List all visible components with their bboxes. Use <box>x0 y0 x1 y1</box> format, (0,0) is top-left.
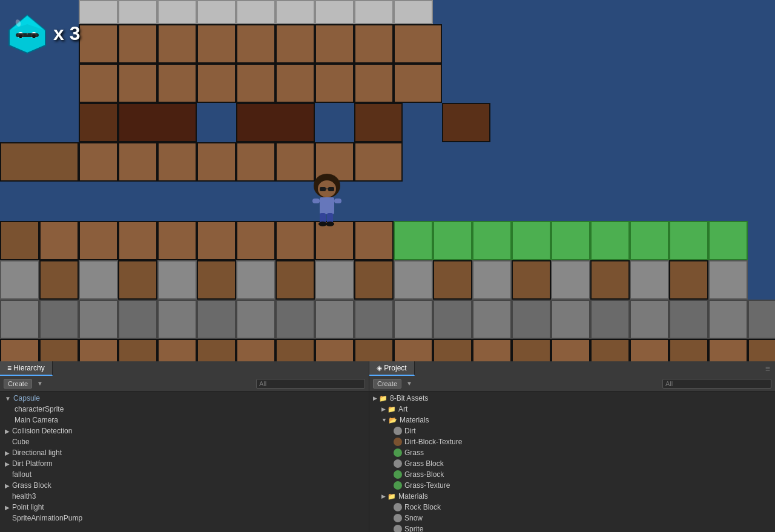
tree-arrow: ▼ <box>5 395 11 402</box>
asset-icon <box>394 448 402 457</box>
asset-icon <box>394 438 402 446</box>
hierarchy-tab[interactable]: ≡ Hierarchy <box>0 361 53 376</box>
project-toolbar: Create ▼ <box>369 376 775 392</box>
project-tab-bar: ◈ Project ≡ <box>369 361 775 376</box>
asset-icon <box>394 427 402 435</box>
hierarchy-item-directionallight[interactable]: ▶ Directional light <box>0 447 369 458</box>
svg-rect-12 <box>328 187 334 191</box>
project-content: ▶ 📁 8-Bit Assets ▶ 📁 Art ▼ 📂 Materials D… <box>369 392 775 532</box>
game-viewport: x 3 <box>0 0 775 361</box>
project-item-grasstexture[interactable]: Grass-Texture <box>369 480 775 491</box>
hierarchy-item-grassblock[interactable]: ▶ Grass Block <box>0 480 369 491</box>
svg-rect-14 <box>320 197 334 214</box>
project-item-materials2[interactable]: ▶ 📁 Materials <box>369 491 775 502</box>
hierarchy-item-pointlight[interactable]: ▶ Point light <box>0 502 369 513</box>
svg-rect-11 <box>320 187 326 191</box>
hierarchy-item-collisiondetection[interactable]: ▶ Collision Detection <box>0 425 369 436</box>
asset-icon <box>394 459 402 468</box>
hierarchy-content: ▼ Capsule characterSprite Main Camera ▶ … <box>0 392 369 532</box>
asset-icon <box>394 503 402 511</box>
folder-icon: 📁 <box>388 493 396 501</box>
hierarchy-item-capsule[interactable]: ▼ Capsule <box>0 393 369 404</box>
folder-icon: 📁 <box>388 406 396 413</box>
svg-point-20 <box>326 222 334 226</box>
project-item-grass[interactable]: Grass <box>369 447 775 458</box>
lives-display: x 3 <box>6 12 80 54</box>
asset-icon <box>394 481 402 490</box>
project-item-snow[interactable]: Snow <box>369 513 775 524</box>
heart-icon <box>6 12 48 54</box>
tree-arrow: ▶ <box>5 428 10 435</box>
hierarchy-panel: ≡ Hierarchy Create ▼ ▼ Capsule character… <box>0 361 369 532</box>
project-item-grassblock[interactable]: Grass Block <box>369 458 775 469</box>
project-item-rockblock[interactable]: Rock Block <box>369 502 775 513</box>
project-item-materials[interactable]: ▼ 📂 Materials <box>369 415 775 425</box>
folder-arrow-icon: ▶ <box>381 493 386 499</box>
folder-arrow-icon: ▶ <box>373 395 377 401</box>
bottom-panels: ≡ Hierarchy Create ▼ ▼ Capsule character… <box>0 361 775 532</box>
folder-open-icon: 📂 <box>389 416 397 424</box>
tree-arrow: ▶ <box>5 450 10 456</box>
project-tab[interactable]: ◈ Project <box>369 361 415 376</box>
hierarchy-item-health3[interactable]: health3 <box>0 491 369 502</box>
hierarchy-tab-bar: ≡ Hierarchy <box>0 361 369 376</box>
tree-arrow: ▶ <box>5 482 10 489</box>
asset-icon <box>394 525 402 532</box>
tree-arrow: ▶ <box>5 504 10 511</box>
hierarchy-item-cube[interactable]: Cube <box>0 436 369 447</box>
hierarchy-item-maincamera[interactable]: Main Camera <box>0 415 369 425</box>
project-search-input[interactable] <box>662 379 771 389</box>
project-create-button[interactable]: Create <box>373 379 401 389</box>
project-item-dirtblocktexture[interactable]: Dirt-Block-Texture <box>369 436 775 447</box>
hierarchy-search-input[interactable] <box>256 379 365 389</box>
svg-point-19 <box>318 222 327 226</box>
folder-icon: 📁 <box>379 395 388 402</box>
project-item-dirt[interactable]: Dirt <box>369 425 775 436</box>
hierarchy-item-spriteanimationpump[interactable]: SpriteAnimationPump <box>0 513 369 524</box>
project-panel-menu[interactable]: ≡ <box>760 361 775 376</box>
hierarchy-item-charactersprite[interactable]: characterSprite <box>0 404 369 415</box>
project-item-8bitassets[interactable]: ▶ 📁 8-Bit Assets <box>369 393 775 404</box>
lives-count: x 3 <box>53 22 80 45</box>
character-sprite <box>309 174 345 228</box>
project-item-art[interactable]: ▶ 📁 Art <box>369 404 775 415</box>
tree-arrow: ▶ <box>5 461 10 467</box>
project-panel: ◈ Project ≡ Create ▼ ▶ 📁 8-Bit Assets ▶ … <box>369 361 775 532</box>
folder-arrow-icon: ▶ <box>381 406 386 412</box>
project-item-sprite[interactable]: Sprite <box>369 524 775 532</box>
folder-arrow-icon: ▼ <box>381 417 387 423</box>
project-item-grassblockmat[interactable]: Grass-Block <box>369 469 775 480</box>
asset-icon <box>394 514 402 522</box>
asset-icon <box>394 470 402 479</box>
hierarchy-item-fallout[interactable]: fallout <box>0 469 369 480</box>
hierarchy-item-dirtplatform[interactable]: ▶ Dirt Platform <box>0 458 369 469</box>
hierarchy-toolbar: Create ▼ <box>0 376 369 392</box>
svg-rect-15 <box>312 199 320 203</box>
hierarchy-create-button[interactable]: Create <box>4 379 32 389</box>
svg-rect-16 <box>334 199 341 203</box>
